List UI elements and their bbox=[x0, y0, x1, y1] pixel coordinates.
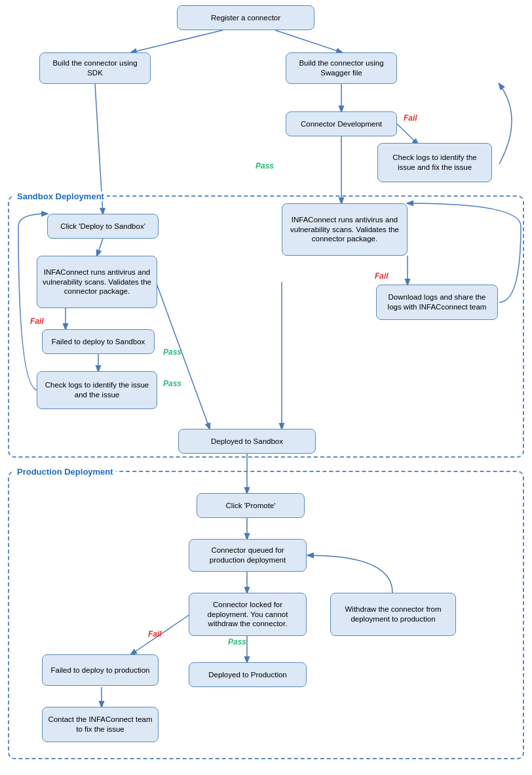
fail-label-2: Fail bbox=[30, 317, 44, 326]
checklogs1-box: Check logs to identify the issue and fix… bbox=[377, 143, 492, 182]
fail-label-1: Fail bbox=[404, 113, 417, 123]
deployed-sandbox-box: Deployed to Sandbox bbox=[178, 429, 316, 454]
swagger-box: Build the connector using Swagger file bbox=[286, 52, 397, 84]
pass-label-4: Pass bbox=[228, 637, 246, 646]
queued-box: Connector queued for production deployme… bbox=[189, 539, 307, 572]
checklogs2-box: Check logs to identify the issue and the… bbox=[37, 371, 157, 409]
click-promote-box: Click 'Promote' bbox=[197, 493, 305, 518]
infra-scan-left-box: INFAConnect runs antivirus and vulnerabi… bbox=[37, 256, 157, 308]
fail-label-3: Fail bbox=[375, 271, 389, 281]
deployed-prod-box: Deployed to Production bbox=[189, 662, 307, 687]
deploy-sandbox-btn-box: Click 'Deploy to Sandbox' bbox=[47, 214, 159, 239]
conndev-box: Connector Development bbox=[286, 111, 397, 136]
svg-line-0 bbox=[131, 30, 223, 52]
pass-label-3: Pass bbox=[163, 379, 181, 388]
withdraw-box: Withdraw the connector from deployment t… bbox=[330, 593, 456, 636]
locked-box: Connector locked for deployment. You can… bbox=[189, 593, 307, 636]
fail-label-4: Fail bbox=[148, 629, 162, 639]
failed-sandbox-box: Failed to deploy to Sandbox bbox=[42, 329, 155, 354]
pass-label-2: Pass bbox=[163, 348, 181, 357]
svg-line-1 bbox=[275, 30, 342, 52]
svg-line-3 bbox=[397, 124, 418, 144]
infra-scan-right-box: INFAConnect runs antivirus and vulnerabi… bbox=[282, 203, 408, 256]
sdk-box: Build the connector using SDK bbox=[39, 52, 151, 84]
pass-label-1: Pass bbox=[256, 161, 274, 170]
failed-prod-box: Failed to deploy to production bbox=[42, 654, 159, 686]
register-box: Register a connector bbox=[177, 5, 314, 30]
contact-infra-box: Contact the INFAConnect team to fix the … bbox=[42, 707, 159, 742]
download-logs-box: Download logs and share the logs with IN… bbox=[376, 285, 498, 320]
production-section-label: Production Deployment bbox=[14, 467, 116, 477]
diagram-container: Sandbox Deployment Production Deployment… bbox=[0, 0, 532, 20]
sandbox-section-label: Sandbox Deployment bbox=[14, 191, 107, 201]
